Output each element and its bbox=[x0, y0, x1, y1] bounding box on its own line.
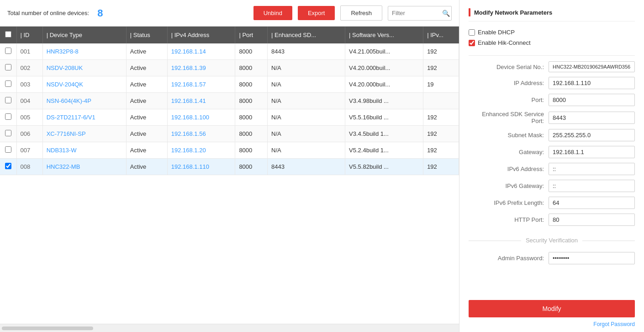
http-port-input[interactable] bbox=[549, 214, 635, 226]
row-checkbox-cell[interactable] bbox=[0, 142, 16, 159]
row-checkbox-cell[interactable] bbox=[0, 109, 16, 126]
row-port: 8000 bbox=[235, 159, 268, 175]
row-id: 007 bbox=[16, 142, 42, 159]
row-checkbox[interactable] bbox=[5, 97, 11, 103]
row-id: 003 bbox=[16, 76, 42, 93]
row-port: 8000 bbox=[235, 93, 268, 109]
row-ipv4[interactable]: 192.168.1.110 bbox=[167, 159, 235, 175]
row-device-type[interactable]: NSN-604(4K)-4P bbox=[42, 93, 126, 109]
modify-button[interactable]: Modify bbox=[469, 300, 635, 317]
enable-hik-connect-label[interactable]: Enable Hik-Connect bbox=[478, 39, 531, 46]
enable-dhcp-checkbox[interactable] bbox=[469, 29, 475, 36]
search-icon: 🔍 bbox=[442, 10, 450, 17]
forgot-password-link[interactable]: Forgot Password bbox=[469, 321, 635, 327]
refresh-button[interactable]: Refresh bbox=[340, 5, 382, 21]
table-row[interactable]: 005 DS-2TD2117-6/V1 Active 192.168.1.100… bbox=[0, 109, 459, 126]
col-checkbox[interactable] bbox=[0, 27, 16, 43]
port-input[interactable] bbox=[549, 94, 635, 106]
col-ipv6-prefix: | IPv... bbox=[423, 27, 459, 43]
row-ipv4[interactable]: 192.168.1.39 bbox=[167, 60, 235, 76]
row-ipv4[interactable]: 192.168.1.20 bbox=[167, 142, 235, 159]
row-status: Active bbox=[126, 109, 167, 126]
row-ipv4[interactable]: 192.168.1.57 bbox=[167, 76, 235, 93]
unbind-button[interactable]: Unbind bbox=[253, 6, 292, 20]
row-device-type[interactable]: HNR32P8-8 bbox=[42, 43, 126, 60]
col-software-vers: | Software Vers... bbox=[345, 27, 423, 43]
col-port: | Port bbox=[235, 27, 268, 43]
row-checkbox[interactable] bbox=[5, 113, 11, 120]
row-id: 006 bbox=[16, 126, 42, 142]
row-ipv4[interactable]: 192.168.1.100 bbox=[167, 109, 235, 126]
ipv6-gateway-input[interactable] bbox=[549, 180, 635, 192]
row-device-type[interactable]: NSDV-208UK bbox=[42, 60, 126, 76]
col-ipv4: | IPv4 Address bbox=[167, 27, 235, 43]
table-row[interactable]: 001 HNR32P8-8 Active 192.168.1.14 8000 8… bbox=[0, 43, 459, 60]
enhanced-sdk-label: Enhanced SDK Service Port: bbox=[469, 111, 549, 124]
row-enhanced: N/A bbox=[268, 126, 345, 142]
row-device-type[interactable]: HNC322-MB bbox=[42, 159, 126, 175]
row-device-type[interactable]: XC-7716NI-SP bbox=[42, 126, 126, 142]
table-row[interactable]: 002 NSDV-208UK Active 192.168.1.39 8000 … bbox=[0, 60, 459, 76]
row-software: V5.2.4build 1... bbox=[345, 142, 423, 159]
field-row-ipv6-prefix: IPv6 Prefix Length: bbox=[469, 197, 635, 209]
row-checkbox[interactable] bbox=[5, 163, 11, 169]
table-row[interactable]: 007 NDB313-W Active 192.168.1.20 8000 N/… bbox=[0, 142, 459, 159]
subnet-mask-label: Subnet Mask: bbox=[469, 132, 549, 139]
panel-title: Modify Network Parameters bbox=[469, 8, 635, 21]
filter-input[interactable] bbox=[392, 10, 442, 16]
row-ipv4[interactable]: 192.168.1.41 bbox=[167, 93, 235, 109]
ipv6-address-input[interactable] bbox=[549, 163, 635, 175]
row-ipv6-prefix: 192 bbox=[423, 60, 459, 76]
table-row[interactable]: 003 NSDV-204QK Active 192.168.1.57 8000 … bbox=[0, 76, 459, 93]
row-checkbox-cell[interactable] bbox=[0, 126, 16, 142]
horizontal-scrollbar[interactable] bbox=[2, 327, 93, 330]
row-ipv4[interactable]: 192.168.1.56 bbox=[167, 126, 235, 142]
row-checkbox-cell[interactable] bbox=[0, 93, 16, 109]
field-row-gateway: Gateway: bbox=[469, 146, 635, 158]
row-checkbox[interactable] bbox=[5, 130, 11, 136]
table-row[interactable]: 008 HNC322-MB Active 192.168.1.110 8000 … bbox=[0, 159, 459, 175]
enable-hik-connect-checkbox[interactable] bbox=[469, 40, 475, 46]
row-software: V4.20.000buil... bbox=[345, 76, 423, 93]
panel-title-text: Modify Network Parameters bbox=[474, 9, 552, 16]
row-checkbox-cell[interactable] bbox=[0, 159, 16, 175]
col-status: | Status bbox=[126, 27, 167, 43]
row-checkbox-cell[interactable] bbox=[0, 43, 16, 60]
ipv6-prefix-input[interactable] bbox=[549, 197, 635, 209]
table-row[interactable]: 004 NSN-604(4K)-4P Active 192.168.1.41 8… bbox=[0, 93, 459, 109]
row-enhanced: N/A bbox=[268, 109, 345, 126]
row-id: 004 bbox=[16, 93, 42, 109]
row-status: Active bbox=[126, 93, 167, 109]
row-port: 8000 bbox=[235, 126, 268, 142]
admin-password-input[interactable] bbox=[549, 252, 635, 264]
row-id: 005 bbox=[16, 109, 42, 126]
table-row[interactable]: 006 XC-7716NI-SP Active 192.168.1.56 800… bbox=[0, 126, 459, 142]
ip-address-input[interactable] bbox=[549, 77, 635, 89]
export-button[interactable]: Export bbox=[298, 6, 335, 20]
enable-dhcp-label[interactable]: Enable DHCP bbox=[478, 29, 515, 36]
row-device-type[interactable]: DS-2TD2117-6/V1 bbox=[42, 109, 126, 126]
row-id: 001 bbox=[16, 43, 42, 60]
row-ipv6-prefix bbox=[423, 93, 459, 109]
row-checkbox-cell[interactable] bbox=[0, 76, 16, 93]
row-checkbox[interactable] bbox=[5, 64, 11, 70]
row-software: V3.4.5build 1... bbox=[345, 126, 423, 142]
subnet-mask-input[interactable] bbox=[549, 129, 635, 141]
horizontal-scrollbar-area[interactable] bbox=[0, 324, 459, 332]
enhanced-sdk-input[interactable] bbox=[549, 112, 635, 124]
ipv6-gateway-label: IPv6 Gateway: bbox=[469, 182, 549, 189]
row-checkbox[interactable] bbox=[5, 80, 11, 87]
row-checkbox[interactable] bbox=[5, 146, 11, 153]
row-device-type[interactable]: NDB313-W bbox=[42, 142, 126, 159]
row-ipv4[interactable]: 192.168.1.14 bbox=[167, 43, 235, 60]
device-serial-label: Device Serial No.: bbox=[469, 64, 549, 70]
gateway-input[interactable] bbox=[549, 146, 635, 158]
row-device-type[interactable]: NSDV-204QK bbox=[42, 76, 126, 93]
device-serial-input[interactable] bbox=[549, 61, 635, 72]
device-count-label: Total number of online devices: bbox=[7, 10, 89, 16]
row-status: Active bbox=[126, 60, 167, 76]
select-all-checkbox[interactable] bbox=[5, 31, 11, 37]
row-checkbox-cell[interactable] bbox=[0, 60, 16, 76]
row-ipv6-prefix: 192 bbox=[423, 126, 459, 142]
row-checkbox[interactable] bbox=[5, 48, 11, 54]
